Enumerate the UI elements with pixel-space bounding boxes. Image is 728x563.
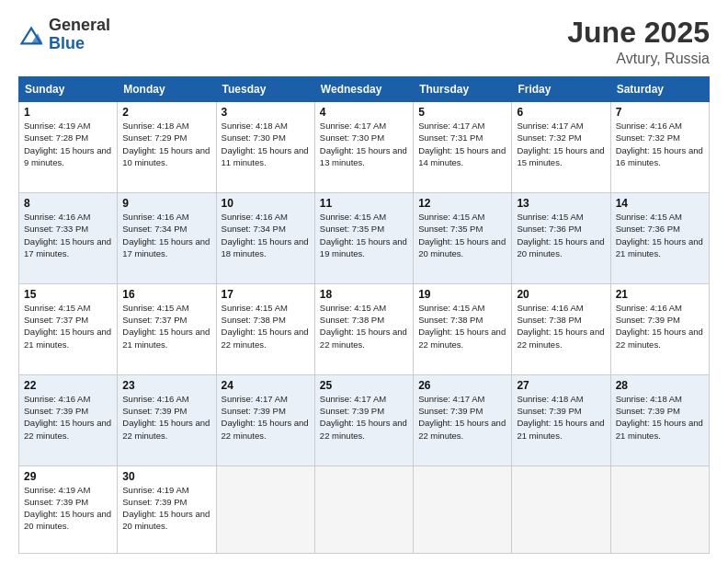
cell-info: Sunrise: 4:17 AMSunset: 7:31 PMDaylight:… (418, 120, 506, 168)
logo: General Blue (18, 17, 110, 53)
day-number: 29 (24, 470, 112, 483)
header-thursday: Thursday (414, 77, 512, 102)
cell-info: Sunrise: 4:16 AMSunset: 7:34 PMDaylight:… (222, 211, 310, 259)
calendar-cell: 9Sunrise: 4:16 AMSunset: 7:34 PMDaylight… (118, 193, 216, 284)
cell-info: Sunrise: 4:17 AMSunset: 7:32 PMDaylight:… (517, 120, 605, 168)
logo-text: General Blue (49, 17, 110, 53)
day-number: 2 (122, 106, 210, 119)
cell-info: Sunrise: 4:16 AMSunset: 7:38 PMDaylight:… (517, 302, 605, 350)
calendar-cell: 7Sunrise: 4:16 AMSunset: 7:32 PMDaylight… (610, 102, 709, 193)
calendar-cell (414, 465, 512, 553)
cell-info: Sunrise: 4:15 AMSunset: 7:35 PMDaylight:… (320, 211, 408, 259)
cell-info: Sunrise: 4:17 AMSunset: 7:30 PMDaylight:… (320, 120, 408, 168)
cell-info: Sunrise: 4:15 AMSunset: 7:36 PMDaylight:… (517, 211, 605, 259)
cell-info: Sunrise: 4:15 AMSunset: 7:38 PMDaylight:… (222, 302, 310, 350)
day-number: 4 (320, 106, 408, 119)
calendar-cell: 22Sunrise: 4:16 AMSunset: 7:39 PMDayligh… (19, 374, 118, 465)
calendar-cell (610, 465, 709, 553)
cell-info: Sunrise: 4:16 AMSunset: 7:39 PMDaylight:… (122, 393, 210, 442)
calendar-cell: 21Sunrise: 4:16 AMSunset: 7:39 PMDayligh… (610, 283, 709, 374)
day-number: 1 (24, 106, 112, 119)
cell-info: Sunrise: 4:15 AMSunset: 7:37 PMDaylight:… (122, 302, 210, 350)
cell-info: Sunrise: 4:18 AMSunset: 7:30 PMDaylight:… (222, 120, 310, 168)
day-number: 14 (616, 197, 704, 210)
header-saturday: Saturday (610, 77, 709, 102)
cell-info: Sunrise: 4:19 AMSunset: 7:39 PMDaylight:… (122, 484, 210, 533)
calendar-cell: 23Sunrise: 4:16 AMSunset: 7:39 PMDayligh… (118, 374, 216, 465)
header-friday: Friday (512, 77, 610, 102)
day-number: 12 (418, 197, 506, 210)
cell-info: Sunrise: 4:17 AMSunset: 7:39 PMDaylight:… (222, 393, 310, 442)
cell-info: Sunrise: 4:16 AMSunset: 7:39 PMDaylight:… (616, 302, 704, 350)
calendar-cell: 19Sunrise: 4:15 AMSunset: 7:38 PMDayligh… (414, 283, 512, 374)
calendar-header-row: Sunday Monday Tuesday Wednesday Thursday… (19, 77, 710, 102)
calendar-cell: 30Sunrise: 4:19 AMSunset: 7:39 PMDayligh… (118, 465, 216, 553)
header-tuesday: Tuesday (216, 77, 314, 102)
header-monday: Monday (118, 77, 216, 102)
cell-info: Sunrise: 4:19 AMSunset: 7:28 PMDaylight:… (24, 120, 112, 168)
day-number: 8 (24, 197, 112, 210)
calendar-cell: 8Sunrise: 4:16 AMSunset: 7:33 PMDaylight… (19, 193, 118, 284)
calendar-cell: 14Sunrise: 4:15 AMSunset: 7:36 PMDayligh… (610, 193, 709, 284)
day-number: 18 (320, 288, 408, 301)
day-number: 7 (616, 106, 704, 119)
calendar-cell: 27Sunrise: 4:18 AMSunset: 7:39 PMDayligh… (512, 374, 610, 465)
cell-info: Sunrise: 4:15 AMSunset: 7:36 PMDaylight:… (616, 211, 704, 259)
calendar-cell: 16Sunrise: 4:15 AMSunset: 7:37 PMDayligh… (118, 283, 216, 374)
day-number: 30 (122, 470, 210, 483)
day-number: 10 (222, 197, 310, 210)
logo-icon (18, 23, 44, 49)
cell-info: Sunrise: 4:16 AMSunset: 7:39 PMDaylight:… (24, 393, 112, 442)
calendar-cell: 12Sunrise: 4:15 AMSunset: 7:35 PMDayligh… (414, 193, 512, 284)
header-section: General Blue June 2025 Avtury, Russia (18, 17, 710, 67)
logo-general: General (49, 17, 110, 35)
calendar-cell: 5Sunrise: 4:17 AMSunset: 7:31 PMDaylight… (414, 102, 512, 193)
day-number: 25 (320, 379, 408, 392)
day-number: 22 (24, 379, 112, 392)
day-number: 9 (122, 197, 210, 210)
location-title: Avtury, Russia (567, 51, 710, 67)
day-number: 17 (222, 288, 310, 301)
cell-info: Sunrise: 4:16 AMSunset: 7:33 PMDaylight:… (24, 211, 112, 259)
day-number: 21 (616, 288, 704, 301)
title-section: June 2025 Avtury, Russia (567, 17, 710, 67)
calendar-table: Sunday Monday Tuesday Wednesday Thursday… (18, 76, 710, 554)
calendar-cell (216, 465, 314, 553)
cell-info: Sunrise: 4:15 AMSunset: 7:35 PMDaylight:… (418, 211, 506, 259)
cell-info: Sunrise: 4:18 AMSunset: 7:29 PMDaylight:… (122, 120, 210, 168)
day-number: 20 (517, 288, 605, 301)
calendar-cell: 4Sunrise: 4:17 AMSunset: 7:30 PMDaylight… (314, 102, 413, 193)
cell-info: Sunrise: 4:18 AMSunset: 7:39 PMDaylight:… (517, 393, 605, 442)
calendar-cell: 3Sunrise: 4:18 AMSunset: 7:30 PMDaylight… (216, 102, 314, 193)
day-number: 13 (517, 197, 605, 210)
cell-info: Sunrise: 4:16 AMSunset: 7:34 PMDaylight:… (122, 211, 210, 259)
calendar-cell: 2Sunrise: 4:18 AMSunset: 7:29 PMDaylight… (118, 102, 216, 193)
calendar-cell: 20Sunrise: 4:16 AMSunset: 7:38 PMDayligh… (512, 283, 610, 374)
day-number: 27 (517, 379, 605, 392)
calendar-cell: 29Sunrise: 4:19 AMSunset: 7:39 PMDayligh… (19, 465, 118, 553)
day-number: 23 (122, 379, 210, 392)
calendar-cell: 6Sunrise: 4:17 AMSunset: 7:32 PMDaylight… (512, 102, 610, 193)
cell-info: Sunrise: 4:17 AMSunset: 7:39 PMDaylight:… (320, 393, 408, 442)
day-number: 6 (517, 106, 605, 119)
day-number: 5 (418, 106, 506, 119)
cell-info: Sunrise: 4:16 AMSunset: 7:32 PMDaylight:… (616, 120, 704, 168)
day-number: 3 (222, 106, 310, 119)
logo-blue: Blue (49, 35, 110, 53)
day-number: 19 (418, 288, 506, 301)
day-number: 24 (222, 379, 310, 392)
cell-info: Sunrise: 4:15 AMSunset: 7:37 PMDaylight:… (24, 302, 112, 350)
svg-marker-1 (31, 33, 43, 43)
calendar-cell: 24Sunrise: 4:17 AMSunset: 7:39 PMDayligh… (216, 374, 314, 465)
cell-info: Sunrise: 4:15 AMSunset: 7:38 PMDaylight:… (320, 302, 408, 350)
calendar-cell: 1Sunrise: 4:19 AMSunset: 7:28 PMDaylight… (19, 102, 118, 193)
calendar-cell: 13Sunrise: 4:15 AMSunset: 7:36 PMDayligh… (512, 193, 610, 284)
calendar-cell: 18Sunrise: 4:15 AMSunset: 7:38 PMDayligh… (314, 283, 413, 374)
cell-info: Sunrise: 4:17 AMSunset: 7:39 PMDaylight:… (418, 393, 506, 442)
day-number: 15 (24, 288, 112, 301)
calendar-cell: 10Sunrise: 4:16 AMSunset: 7:34 PMDayligh… (216, 193, 314, 284)
day-number: 28 (616, 379, 704, 392)
cell-info: Sunrise: 4:18 AMSunset: 7:39 PMDaylight:… (616, 393, 704, 442)
calendar-cell: 15Sunrise: 4:15 AMSunset: 7:37 PMDayligh… (19, 283, 118, 374)
calendar-cell: 28Sunrise: 4:18 AMSunset: 7:39 PMDayligh… (610, 374, 709, 465)
